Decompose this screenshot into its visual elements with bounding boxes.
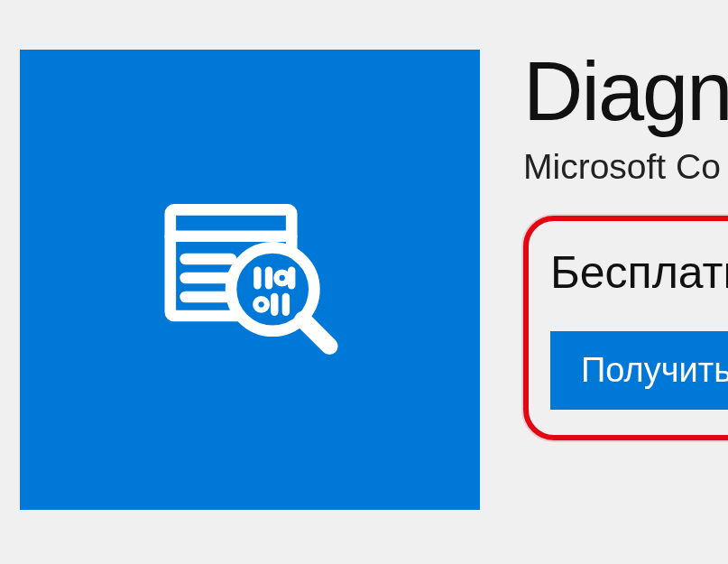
app-tile xyxy=(20,50,480,510)
app-info-panel: Diagn Microsoft Co Бесплатн Получить xyxy=(523,50,728,440)
price-label: Бесплатн xyxy=(550,246,728,299)
store-listing: Diagn Microsoft Co Бесплатн Получить xyxy=(20,50,728,510)
app-title: Diagn xyxy=(523,50,728,133)
diagnostic-data-viewer-icon xyxy=(155,183,345,376)
purchase-highlight: Бесплатн Получить xyxy=(523,216,728,440)
get-button[interactable]: Получить xyxy=(550,331,728,410)
app-publisher: Microsoft Co xyxy=(523,147,728,187)
svg-line-13 xyxy=(303,319,329,346)
